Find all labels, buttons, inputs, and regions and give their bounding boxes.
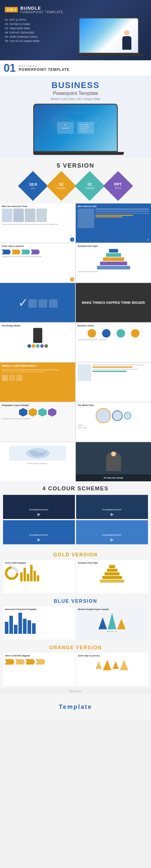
slides-grid: Meet Our Awesome Team Lorem ipsum dolor …	[0, 204, 151, 481]
diamond-52: 52 SLIDES	[48, 173, 75, 199]
ow-3	[112, 661, 119, 669]
pyramid-bar-2	[106, 253, 121, 257]
oa-4	[35, 659, 45, 664]
section-01-body: BUSINESS Powerpoint Template Modern and …	[0, 76, 151, 158]
market-content: 3 BillionUsers Today	[78, 424, 149, 429]
slide-makethings: MAKE THINGS HAPPEN THINK BIGGER	[76, 283, 151, 322]
sub-title: Powerpoint Template	[0, 91, 151, 96]
pyramid-bar-3	[103, 257, 124, 261]
bm-circle-2	[102, 329, 110, 338]
check-row	[28, 299, 57, 308]
big-checkmark-icon: ✓	[18, 296, 28, 310]
slide-market-title: The Market Now	[78, 404, 149, 406]
slide-need-custom-content	[76, 363, 151, 402]
slide-pyramid-title: Pyramid Chart Style	[78, 245, 149, 247]
check-box-3	[49, 299, 57, 308]
blue-preview-1: Awesome Powerpoint Template	[3, 607, 75, 640]
johnson-bar-3	[96, 213, 149, 214]
business-circles: → → →	[78, 329, 149, 338]
bundle-badge: 4 IN 1	[5, 7, 18, 12]
bm-circle-4	[131, 329, 140, 338]
section-01: 01 BUSINESS POWERPOINT TEMPLATE BUSINESS…	[0, 60, 151, 158]
nc2-bar-2	[93, 367, 132, 368]
section-header-text: BUSINESS POWERPOINT TEMPLATE	[19, 64, 70, 72]
screen-card: ✈ Travel Note	[57, 122, 74, 134]
step-arrow-3	[21, 250, 30, 254]
nc2-text	[93, 364, 149, 381]
slide-nc-title: NEED A CUSTOMIZATION ?	[2, 364, 73, 367]
blue-version-label: BLUE VERSION	[3, 598, 148, 604]
schemes-grid: POWERPOINT ▶ POWERPOINT ▶ POWERPOINT ▶ P…	[3, 495, 148, 544]
orange-preview-1: Click to edit title diagram	[3, 653, 75, 686]
pyramid-content: Lorem ipsum dolor sit amet	[78, 271, 149, 273]
check-box-2	[39, 299, 47, 308]
nc2-img	[78, 364, 91, 381]
features-list: #1: PPT & PPTX #2: 30 File In Folder #3:…	[5, 18, 67, 43]
nc-content	[2, 369, 73, 373]
break-person	[106, 452, 121, 471]
header-top: 4 IN 1 BUNDLE POWERPOINT TEMPLATE	[5, 5, 146, 14]
section-01-header: 01 BUSINESS POWERPOINT TEMPLATE	[0, 60, 151, 76]
diamond-content-3: 02 THEMES	[84, 182, 95, 190]
laptop-preview-body: ✈ Travel Note Lorem ipsum dolor sit amet…	[33, 104, 118, 152]
diamond-content-4: PPT PPTX	[114, 182, 122, 190]
slide-worldmap: WORLD MAP GRAPHIC	[0, 442, 75, 481]
bb-1	[5, 622, 8, 634]
donut-chart-ring	[3, 564, 21, 583]
bb-3	[14, 625, 18, 634]
orange-version-label: ORANGE VERSION	[3, 645, 148, 650]
bm-arrow-2: →	[112, 331, 116, 336]
hex-4	[48, 408, 56, 416]
slide-break: It's time for a break	[76, 442, 151, 481]
tagline: Modern and Clear | 50+ Unique Slide	[0, 97, 151, 101]
gold-bar-1	[20, 572, 23, 581]
laptop-base	[78, 54, 145, 56]
hexagons	[2, 408, 73, 416]
slide-johnson: Meet Johnson Sale 2	[76, 204, 151, 243]
section-top-label: BUSINESS	[19, 64, 70, 67]
team-photo-2	[13, 209, 24, 222]
slide-mobile: Flat Design Mobile	[0, 323, 75, 362]
market-circles	[78, 408, 149, 423]
scheme-card-3: POWERPOINT ▶	[3, 520, 75, 544]
diamond-main-2: 52	[57, 182, 66, 186]
gp-bar-3	[104, 572, 120, 575]
slide-info-title: Infographic Layout Sample	[2, 404, 73, 406]
orange-version-section: ORANGE VERSION Click to edit title diagr…	[0, 641, 151, 688]
ow-2	[103, 660, 111, 670]
blue-previews: Awesome Powerpoint Template Mouton Graph…	[3, 607, 148, 640]
versions-section: 5 VERSION 16:9 4:3 52 SLIDES 02 THEMES	[0, 158, 151, 204]
mt-1	[98, 617, 107, 629]
orange-p1-title: Click to edit title diagram	[5, 655, 73, 657]
world-map-mini	[26, 447, 50, 459]
market-circle-2	[112, 410, 123, 421]
versions-title: 5 VERSION	[3, 162, 148, 169]
diamond-02: 02 THEMES	[76, 173, 103, 199]
schemes-section: 4 COLOUR SCHEMES POWERPOINT ▶ POWERPOINT…	[0, 481, 151, 549]
nc2-top	[78, 364, 149, 381]
mt-label-3: 4.3	[115, 630, 117, 632]
orange-preview-2: Some step to process	[76, 653, 148, 686]
feature-item: #4: Full HD 1920x1080	[5, 30, 67, 34]
diamond-16-9: 16:9 4:3	[20, 173, 46, 199]
header-content: #1: PPT & PPTX #2: 30 File In Folder #3:…	[5, 18, 146, 57]
break-title: It's time for a break	[78, 477, 149, 479]
color-dot-orange	[32, 344, 35, 348]
orange-wings	[78, 660, 146, 670]
slide-steps: Some step to process Lorem ipsum dolor s…	[0, 243, 75, 282]
laptop-image	[78, 18, 139, 57]
mobile-phone	[33, 328, 42, 343]
gold-p2-title: Pyramid Chart Style	[78, 562, 146, 564]
slide-checkmark: ✓	[0, 283, 75, 322]
oa-3	[25, 659, 35, 664]
mt-2	[108, 613, 116, 629]
template-section: Template	[0, 694, 151, 719]
gold-bar-4	[30, 565, 33, 581]
slide-num-3: 3	[70, 277, 74, 281]
section-main-label: POWERPOINT TEMPLATE	[19, 67, 70, 72]
scheme-label-3: POWERPOINT	[5, 534, 73, 536]
gold-bar-2	[24, 568, 26, 581]
johnson-bar-2	[96, 211, 149, 212]
header-sub-title: POWERPOINT TEMPLATE	[20, 10, 63, 14]
bm-circle-1	[87, 329, 96, 338]
